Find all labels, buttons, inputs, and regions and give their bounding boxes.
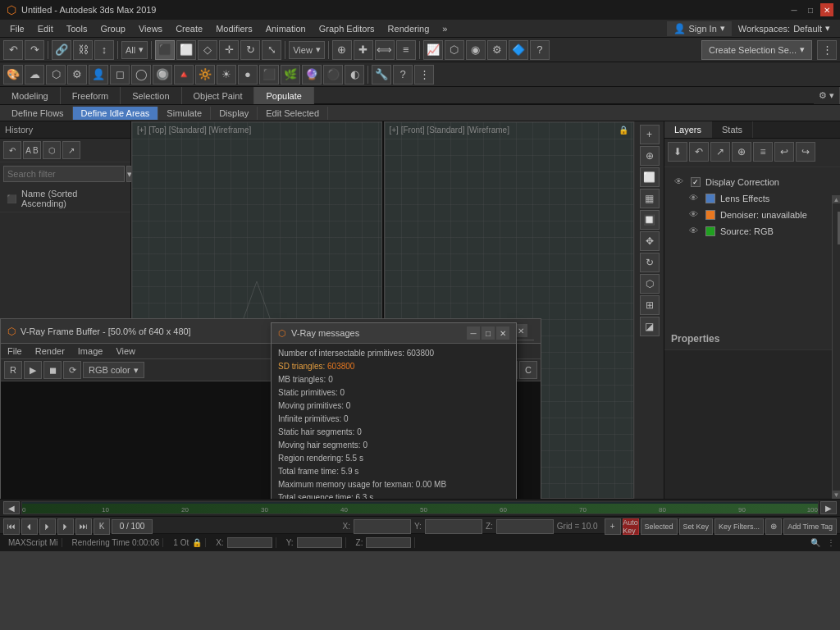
select-region-button[interactable]: ⬜: [176, 40, 196, 60]
vray-messages-close[interactable]: ✕: [496, 326, 509, 340]
stab-edit-selected[interactable]: Edit Selected: [258, 107, 328, 120]
menu-graph-editors[interactable]: Graph Editors: [313, 22, 381, 35]
tab-modeling[interactable]: Modeling: [0, 87, 61, 104]
tb2-btn18[interactable]: 🔧: [372, 65, 391, 84]
sign-in-button[interactable]: 👤 Sign In ▾: [667, 21, 732, 36]
schematic-button[interactable]: ⬡: [445, 40, 464, 60]
vp-tool-rotate[interactable]: ↻: [640, 253, 660, 272]
maximize-button[interactable]: □: [804, 3, 817, 16]
align-button[interactable]: ≡: [396, 40, 416, 60]
checkbox-display-correction[interactable]: [691, 177, 701, 187]
select-and-move[interactable]: ✛: [219, 40, 239, 60]
link-button[interactable]: 🔗: [52, 40, 71, 60]
vp-tool-maxall[interactable]: ⊞: [640, 295, 660, 315]
anim-key-mode[interactable]: K: [94, 518, 110, 535]
list-item-name-sorted[interactable]: ⬛ Name (Sorted Ascending): [0, 185, 130, 212]
right-icon-add[interactable]: ⊕: [732, 142, 751, 162]
menu-file[interactable]: File: [3, 22, 31, 35]
tab-freeform[interactable]: Freeform: [61, 87, 121, 104]
tb2-btn9[interactable]: 🔺: [174, 65, 194, 84]
vp-tool-zoom[interactable]: 🔲: [640, 210, 660, 230]
search-input[interactable]: [3, 166, 125, 182]
fb-menu-file[interactable]: File: [1, 344, 29, 358]
vp-tool-zoomall[interactable]: ◪: [640, 317, 660, 336]
selected-button[interactable]: Selected: [641, 518, 678, 535]
menu-animation[interactable]: Animation: [259, 22, 313, 35]
z-status-input[interactable]: [366, 537, 411, 548]
x-coord-input[interactable]: [354, 519, 411, 534]
right-icon-download[interactable]: ⬇: [668, 142, 687, 162]
tb2-btn15[interactable]: 🔮: [302, 65, 322, 84]
timeline-track[interactable]: 0 10 20 30 40 50 60 70 80 90 100: [21, 501, 819, 514]
right-icon-link[interactable]: ↗: [710, 142, 730, 162]
tb2-btn2[interactable]: ☁: [25, 65, 44, 84]
tb2-btn13[interactable]: ⬛: [259, 65, 279, 84]
vp-tool-orbit[interactable]: ⊕: [640, 146, 660, 166]
create-selection-button[interactable]: Create Selection Se... ▾: [701, 40, 812, 60]
menu-views[interactable]: Views: [132, 22, 169, 35]
tb2-btn12[interactable]: ●: [238, 65, 258, 84]
menu-modifiers[interactable]: Modifiers: [209, 22, 259, 35]
set-key-button[interactable]: Set Key: [679, 518, 714, 535]
vray-messages-maximize[interactable]: □: [482, 326, 495, 340]
add-time-tag-button[interactable]: Add Time Tag: [783, 518, 837, 535]
tb2-btn19[interactable]: ?: [393, 65, 413, 84]
anim-play[interactable]: ⏵: [39, 518, 56, 535]
script-label[interactable]: MAXScript Mi: [8, 538, 58, 547]
mirror-button[interactable]: ⟺: [375, 40, 395, 60]
stab-define-flows[interactable]: Define Flows: [3, 107, 73, 120]
fb-menu-render[interactable]: Render: [29, 344, 71, 358]
plus-button[interactable]: ✚: [354, 40, 373, 60]
workspace-dropdown-icon[interactable]: ▾: [825, 23, 830, 34]
vray-messages-minimize[interactable]: ─: [467, 326, 480, 340]
menu-more[interactable]: »: [436, 22, 454, 35]
fb-menu-image[interactable]: Image: [71, 344, 110, 358]
redo-button[interactable]: ↷: [25, 40, 44, 60]
right-icon-list[interactable]: ≡: [753, 142, 773, 162]
anim-add-key[interactable]: +: [605, 518, 621, 535]
tb2-btn8[interactable]: 🔘: [153, 65, 172, 84]
eye-icon-lens[interactable]: 👁: [689, 193, 701, 204]
menu-edit[interactable]: Edit: [31, 22, 60, 35]
fb-btn-render[interactable]: R: [4, 361, 22, 379]
right-tab-stats[interactable]: Stats: [712, 121, 753, 138]
view-dropdown[interactable]: View ▾: [289, 41, 325, 59]
tb2-btn17[interactable]: ◐: [345, 65, 364, 84]
menu-tools[interactable]: Tools: [60, 22, 94, 35]
tb2-btn14[interactable]: 🌿: [281, 65, 300, 84]
tb2-btn5[interactable]: 👤: [89, 65, 108, 84]
render-button[interactable]: 🔷: [509, 40, 528, 60]
tab-object-paint[interactable]: Object Paint: [182, 87, 255, 104]
stab-simulate[interactable]: Simulate: [158, 107, 211, 120]
lasso-button[interactable]: ◇: [198, 40, 217, 60]
tree-item-denoiser[interactable]: 👁 Denoiser: unavailable: [669, 207, 835, 223]
tree-item-source-rgb[interactable]: 👁 Source: RGB: [669, 223, 835, 240]
unlink-button[interactable]: ⛓: [73, 40, 93, 60]
lp-btn1[interactable]: ↶: [3, 141, 21, 159]
anim-goto-start[interactable]: ⏮: [3, 518, 20, 535]
vp-tool-plus[interactable]: +: [640, 125, 660, 144]
render-setup-button[interactable]: ⚙: [487, 40, 507, 60]
x-status-input[interactable]: [227, 537, 272, 548]
lp-btn3[interactable]: ⬡: [43, 141, 61, 159]
right-icon-forward[interactable]: ↪: [796, 142, 815, 162]
right-icon-back[interactable]: ↩: [774, 142, 794, 162]
tree-item-display-correction[interactable]: 👁 Display Correction: [669, 174, 835, 190]
undo-button[interactable]: ↶: [3, 40, 23, 60]
status-search-icon[interactable]: 🔍: [810, 538, 820, 547]
timeline-left-btn[interactable]: ◀: [3, 501, 20, 514]
fb-menu-view[interactable]: View: [109, 344, 142, 358]
vp-tool-pan[interactable]: ✥: [640, 231, 660, 251]
scroll-down-button[interactable]: ▼: [833, 491, 841, 499]
frame-input[interactable]: [112, 519, 153, 534]
eye-icon-denoiser[interactable]: 👁: [689, 209, 701, 221]
scale-button[interactable]: ⤡: [262, 40, 281, 60]
auto-key-button[interactable]: Auto Key: [623, 518, 639, 535]
tb2-btn10[interactable]: 🔆: [195, 65, 215, 84]
minimize-button[interactable]: ─: [788, 3, 801, 16]
anim-extra1[interactable]: ⊕: [765, 518, 782, 535]
lp-btn2[interactable]: A B: [23, 141, 41, 159]
stab-display[interactable]: Display: [211, 107, 258, 120]
material-button[interactable]: ◉: [466, 40, 486, 60]
vp-tool-fly[interactable]: ⬜: [640, 167, 660, 187]
